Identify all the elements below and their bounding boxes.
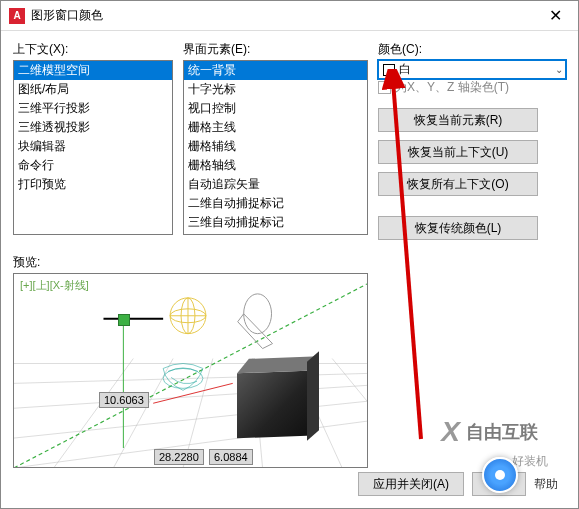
apply-close-button[interactable]: 应用并关闭(A) (358, 472, 464, 496)
dialog-buttons: 应用并关闭(A) 取消 帮助 (358, 472, 558, 496)
close-icon: ✕ (549, 6, 562, 25)
ui-elements-listbox[interactable]: 统一背景十字光标视口控制栅格主线栅格辅线栅格轴线自动追踪矢量二维自动捕捉标记三维… (183, 60, 368, 235)
context-item[interactable]: 图纸/布局 (14, 80, 172, 99)
svg-line-20 (153, 383, 233, 403)
cancel-button[interactable]: 取消 (472, 472, 526, 496)
ui-element-item[interactable]: 统一背景 (184, 61, 367, 80)
context-label: 上下文(X): (13, 41, 173, 58)
context-listbox[interactable]: 二维模型空间图纸/布局三维平行投影三维透视投影块编辑器命令行打印预览 (13, 60, 173, 235)
preview-cube (237, 371, 307, 438)
color-label: 颜色(C): (378, 41, 566, 58)
restore-context-button[interactable]: 恢复当前上下文(U) (378, 140, 538, 164)
ui-element-item[interactable]: 动态尺寸线 (184, 232, 367, 235)
context-item[interactable]: 三维平行投影 (14, 99, 172, 118)
context-item[interactable]: 二维模型空间 (14, 61, 172, 80)
coord-readout-a: 10.6063 (99, 392, 149, 408)
color-column: 颜色(C): 白 ⌄ 为X、Y、Z 轴染色(T) 恢复当前元素(R) 恢复当前上… (378, 41, 566, 248)
restore-all-contexts-button[interactable]: 恢复所有上下文(O) (378, 172, 538, 196)
chevron-down-icon: ⌄ (555, 64, 563, 75)
coord-readout-c: 6.0884 (209, 449, 253, 465)
watermark-text: 自由互联 (466, 420, 538, 444)
app-icon: A (9, 8, 25, 24)
drag-handle[interactable] (118, 314, 130, 326)
color-combobox[interactable]: 白 ⌄ (378, 60, 566, 79)
window-title: 图形窗口颜色 (31, 7, 533, 24)
restore-all-contexts-label: 恢复所有上下文(O) (407, 176, 508, 193)
ui-elements-label: 界面元素(E): (183, 41, 368, 58)
tint-checkbox-label: 为X、Y、Z 轴染色(T) (395, 79, 509, 96)
preview-label: 预览: (13, 254, 578, 271)
color-swatch (383, 64, 395, 76)
ui-element-item[interactable]: 视口控制 (184, 99, 367, 118)
context-item[interactable]: 命令行 (14, 156, 172, 175)
ui-elements-column: 界面元素(E): 统一背景十字光标视口控制栅格主线栅格辅线栅格轴线自动追踪矢量二… (183, 41, 368, 248)
preview-viewport: [+][上][X-射线] (13, 273, 368, 468)
tint-checkbox-row[interactable]: 为X、Y、Z 轴染色(T) (378, 79, 566, 96)
watermark: X 自由互联 (441, 416, 538, 448)
restore-legacy-button[interactable]: 恢复传统颜色(L) (378, 216, 538, 240)
restore-legacy-label: 恢复传统颜色(L) (415, 220, 502, 237)
tint-checkbox[interactable] (378, 81, 391, 94)
context-item[interactable]: 打印预览 (14, 175, 172, 194)
context-column: 上下文(X): 二维模型空间图纸/布局三维平行投影三维透视投影块编辑器命令行打印… (13, 41, 173, 248)
ui-element-item[interactable]: 栅格主线 (184, 118, 367, 137)
context-item[interactable]: 三维透视投影 (14, 118, 172, 137)
cancel-label: 取消 (487, 476, 511, 493)
content-area: 上下文(X): 二维模型空间图纸/布局三维平行投影三维透视投影块编辑器命令行打印… (1, 31, 578, 248)
ui-element-item[interactable]: 三维自动捕捉标记 (184, 213, 367, 232)
restore-element-label: 恢复当前元素(R) (414, 112, 503, 129)
svg-line-10 (332, 359, 367, 468)
dialog-window: A 图形窗口颜色 ✕ 上下文(X): 二维模型空间图纸/布局三维平行投影三维透视… (0, 0, 579, 509)
title-bar: A 图形窗口颜色 ✕ (1, 1, 578, 31)
color-value-text: 白 (399, 61, 411, 78)
apply-close-label: 应用并关闭(A) (373, 476, 449, 493)
coord-readout-b: 28.2280 (154, 449, 204, 465)
ui-element-item[interactable]: 自动追踪矢量 (184, 175, 367, 194)
help-link[interactable]: 帮助 (534, 476, 558, 493)
ui-element-item[interactable]: 栅格轴线 (184, 156, 367, 175)
restore-element-button[interactable]: 恢复当前元素(R) (378, 108, 538, 132)
ui-element-item[interactable]: 十字光标 (184, 80, 367, 99)
watermark-sub: 好装机 (512, 453, 548, 470)
close-button[interactable]: ✕ (533, 1, 578, 31)
watermark-x-icon: X (441, 416, 460, 448)
context-item[interactable]: 块编辑器 (14, 137, 172, 156)
restore-context-label: 恢复当前上下文(U) (408, 144, 509, 161)
ui-element-item[interactable]: 二维自动捕捉标记 (184, 194, 367, 213)
svg-line-5 (54, 359, 134, 468)
ui-element-item[interactable]: 栅格辅线 (184, 137, 367, 156)
